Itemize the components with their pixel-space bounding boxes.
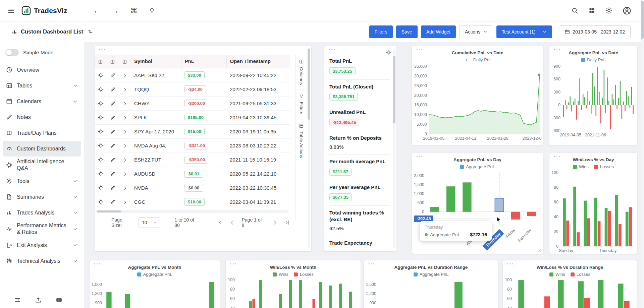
- sidebar-item-trades-analysis[interactable]: Trades Analysis: [3, 205, 81, 221]
- last-page-button[interactable]: [284, 220, 290, 226]
- edit-column-header[interactable]: [107, 55, 119, 68]
- edit-trade-icon[interactable]: [110, 87, 115, 92]
- pnl-column-header[interactable]: PnL: [181, 55, 226, 68]
- expand-row-icon[interactable]: [122, 129, 127, 134]
- locate-trade-icon[interactable]: [98, 72, 104, 78]
- reorder-icon[interactable]: [87, 29, 93, 35]
- locate-trade-icon[interactable]: [98, 171, 104, 177]
- locate-trade-icon[interactable]: [98, 115, 104, 120]
- drag-handle[interactable]: ⋯: [98, 45, 106, 54]
- sidebar-item-artificial-intelligence-q-a[interactable]: Artificial Intelligence Q&A: [3, 157, 81, 173]
- next-page-button[interactable]: [272, 220, 278, 226]
- legend-item[interactable]: Daily PnL: [581, 57, 606, 62]
- first-page-button[interactable]: [216, 220, 222, 226]
- legend-item[interactable]: Losses: [294, 272, 314, 277]
- sidebar-item-exit-analysis[interactable]: Exit Analysis: [3, 237, 81, 253]
- legend-item[interactable]: Aggregate PnL: [137, 272, 172, 277]
- expand-row-icon[interactable]: [122, 143, 127, 148]
- sidebar-item-tools[interactable]: Tools: [3, 173, 81, 189]
- legend-item[interactable]: Daily PnL: [463, 57, 492, 62]
- tab-table-actions[interactable]: Table Actions: [296, 119, 307, 163]
- forward-arrow-icon[interactable]: →: [112, 7, 119, 14]
- simple-mode-toggle[interactable]: [5, 49, 19, 56]
- sidebar-item-notes[interactable]: Notes: [3, 109, 81, 125]
- expand-row-icon[interactable]: [122, 172, 127, 177]
- scrollbar-thumb[interactable]: [308, 49, 310, 120]
- locate-trade-icon[interactable]: [98, 157, 104, 163]
- date-range-picker[interactable]: 2019-03-05 - 2023-12-02: [559, 25, 631, 38]
- gear-icon[interactable]: [385, 50, 391, 55]
- drag-handle[interactable]: ⋯: [553, 46, 561, 54]
- edit-trade-icon[interactable]: [110, 185, 115, 191]
- apps-grid-icon[interactable]: [588, 7, 595, 14]
- legend-item[interactable]: Wins: [573, 164, 589, 169]
- upload-icon[interactable]: [35, 297, 42, 303]
- legend-item[interactable]: Aggregate PnL: [460, 164, 495, 169]
- sidebar-item-performance-metrics-ratios[interactable]: Performance Metrics & Ratios: [3, 221, 81, 237]
- filters-button[interactable]: Filters: [369, 25, 393, 38]
- expand-row-icon[interactable]: [122, 200, 127, 205]
- account-dropdown[interactable]: Test Account (1): [496, 25, 552, 38]
- tradesviz-logo[interactable]: TradesViz: [21, 6, 67, 15]
- theme-toggle-icon[interactable]: [605, 7, 612, 14]
- add-widget-button[interactable]: Add Widget: [421, 25, 456, 38]
- edit-trade-icon[interactable]: [110, 143, 115, 148]
- expand-row-icon[interactable]: [122, 158, 127, 163]
- edit-trade-icon[interactable]: [110, 115, 115, 120]
- expand-row-icon[interactable]: [122, 87, 127, 92]
- expand-row-icon[interactable]: [122, 186, 127, 191]
- symbol-column-header[interactable]: Symbol: [131, 55, 181, 68]
- edit-trade-icon[interactable]: [110, 73, 115, 78]
- edit-trade-icon[interactable]: [110, 129, 115, 134]
- drag-handle[interactable]: ⋯: [416, 46, 423, 54]
- youtube-icon[interactable]: [56, 297, 62, 303]
- locate-trade-icon[interactable]: [98, 199, 104, 205]
- edit-trade-icon[interactable]: [110, 199, 115, 205]
- sliders-icon[interactable]: [14, 297, 21, 303]
- edit-trade-icon[interactable]: [110, 171, 115, 177]
- tab-filters[interactable]: Filters: [296, 89, 307, 119]
- edit-trade-icon[interactable]: [110, 157, 115, 163]
- timestamp-column-header[interactable]: Open Timestamp: [226, 55, 290, 68]
- save-button[interactable]: Save: [396, 25, 418, 38]
- locate-trade-icon[interactable]: [98, 129, 104, 134]
- expand-column-header[interactable]: [119, 55, 131, 68]
- scrollbar-thumb[interactable]: [97, 210, 121, 212]
- edit-trade-icon[interactable]: [110, 101, 115, 106]
- drag-handle[interactable]: ⋯: [506, 260, 514, 268]
- profile-avatar-icon[interactable]: [623, 6, 631, 15]
- page-size-select[interactable]: 10: [139, 217, 160, 228]
- sidebar-item-technical-analysis[interactable]: Technical Analysis: [3, 253, 81, 269]
- sidebar-item-overview[interactable]: Overview: [3, 62, 81, 78]
- locate-trade-icon[interactable]: [98, 86, 104, 92]
- sidebar-item-custom-dashboards[interactable]: Custom Dashboards: [3, 141, 81, 157]
- resize-handle[interactable]: [538, 248, 542, 252]
- sidebar-item-calendars[interactable]: Calendars: [3, 94, 81, 109]
- locate-trade-icon[interactable]: [98, 185, 104, 191]
- hamburger-menu-icon[interactable]: [7, 7, 15, 14]
- locate-trade-icon[interactable]: [98, 101, 104, 106]
- drag-handle[interactable]: ⋯: [93, 260, 101, 268]
- locate-trade-icon[interactable]: [98, 143, 104, 148]
- legend-item[interactable]: Losses: [594, 164, 614, 169]
- back-arrow-icon[interactable]: ←: [93, 7, 100, 14]
- drag-handle[interactable]: ⋯: [229, 260, 237, 268]
- expand-row-icon[interactable]: [122, 101, 127, 106]
- command-icon[interactable]: ⌘: [130, 7, 137, 14]
- prev-page-button[interactable]: [229, 220, 235, 226]
- legend-item[interactable]: Losses: [571, 272, 590, 277]
- sidebar-item-summaries[interactable]: Summaries: [3, 189, 81, 205]
- drag-handle[interactable]: ⋯: [416, 153, 423, 161]
- legend-item[interactable]: Aggregate PnL: [414, 272, 449, 277]
- expand-row-icon[interactable]: [122, 73, 127, 78]
- lightbulb-icon[interactable]: [149, 7, 155, 14]
- legend-item[interactable]: Wins: [549, 272, 565, 277]
- sidebar-item-tables[interactable]: Tables: [3, 78, 81, 94]
- tab-columns[interactable]: Columns: [296, 55, 307, 89]
- drag-handle[interactable]: ⋯: [553, 153, 561, 161]
- sidebar-item-trade-day-plans[interactable]: Trade/Day Plans: [3, 125, 81, 141]
- drag-handle[interactable]: ⋯: [368, 260, 375, 268]
- locate-column-header[interactable]: [95, 55, 107, 68]
- drag-handle[interactable]: ⋯: [328, 45, 336, 54]
- search-icon[interactable]: [571, 7, 578, 14]
